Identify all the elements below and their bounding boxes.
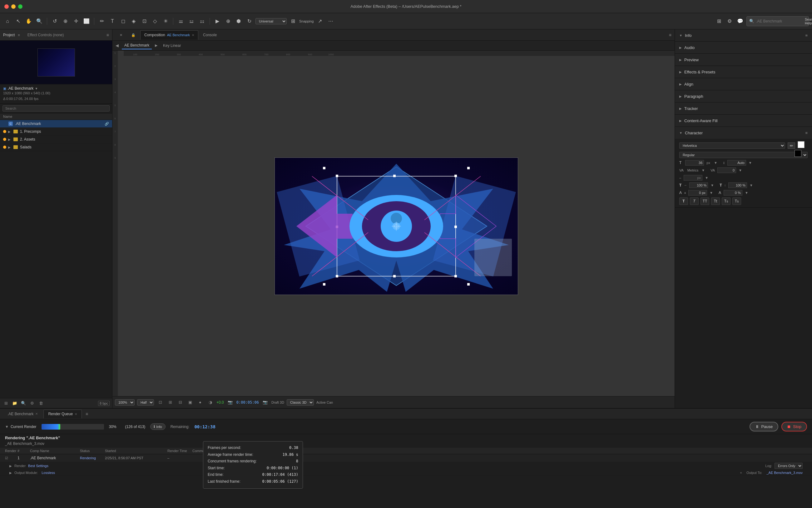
shape-tool[interactable]: ◻: [119, 17, 127, 26]
hand-tool[interactable]: ✋: [25, 17, 33, 26]
paragraph-section-header[interactable]: ▶ Paragraph: [675, 90, 812, 102]
safe-zones-icon[interactable]: ⊟: [176, 399, 184, 406]
sub-tab-back[interactable]: ◀: [116, 43, 119, 48]
tab-composition[interactable]: Composition AE Benchmark ✕: [140, 30, 198, 40]
render-checkbox[interactable]: ☑: [5, 456, 17, 460]
quality-select[interactable]: Half: [137, 399, 154, 406]
trash-icon[interactable]: 🗑: [38, 400, 44, 407]
renderer-select[interactable]: Universal: [256, 18, 287, 25]
sub-tab-key[interactable]: Key Linear: [161, 42, 183, 49]
expand-icon-2[interactable]: ▶: [8, 138, 12, 141]
font-size-input[interactable]: [685, 160, 704, 166]
format-superscript[interactable]: Ts: [722, 198, 730, 205]
hscale-dropdown[interactable]: ▼: [711, 183, 714, 187]
tsume-dropdown[interactable]: ▼: [745, 191, 748, 195]
paint-tool[interactable]: ◈: [129, 17, 138, 26]
font-eyedropper-icon[interactable]: ✏: [787, 142, 795, 149]
line-height-dropdown[interactable]: ▼: [705, 176, 708, 180]
home-icon[interactable]: ⌂: [3, 17, 12, 26]
new-folder-icon[interactable]: 📁: [11, 400, 18, 407]
align-center-tool[interactable]: ⚍: [187, 17, 196, 26]
file-item-salads[interactable]: ▶ Salads: [0, 143, 112, 151]
select-tool[interactable]: ↖: [14, 17, 22, 26]
leading-dropdown[interactable]: ▼: [749, 161, 752, 165]
play-button[interactable]: ▶: [213, 17, 222, 26]
tab-render-queue-close[interactable]: ✕: [75, 412, 77, 416]
snapping-icon[interactable]: ⊞: [288, 17, 297, 26]
project-tab[interactable]: Project: [3, 33, 15, 37]
format-subscript[interactable]: Ts: [732, 198, 741, 205]
search-help-input[interactable]: [756, 19, 803, 24]
view-options-icon[interactable]: ⊡: [156, 399, 164, 406]
comp-dropdown-icon[interactable]: ▼: [35, 87, 38, 90]
workspace-icon[interactable]: ⊞: [715, 17, 723, 26]
expand-render-settings[interactable]: ▶: [9, 464, 12, 468]
line-height-input[interactable]: [684, 175, 703, 180]
output-to-val[interactable]: _AE Benchmark_3.mov: [766, 471, 803, 475]
output-module-val[interactable]: Lossless: [42, 471, 55, 475]
tab-composition-close[interactable]: ✕: [192, 33, 194, 37]
tracking-input[interactable]: [717, 167, 736, 173]
maximize-button[interactable]: [18, 4, 22, 9]
kerning-dropdown[interactable]: ▼: [702, 168, 705, 172]
comments-icon[interactable]: 💬: [736, 17, 745, 26]
info-menu[interactable]: ≡: [805, 33, 808, 38]
project-search-input[interactable]: [2, 105, 109, 112]
tab-ae-benchmark[interactable]: .AE Benchmark ✕: [3, 410, 42, 418]
baseline-input[interactable]: [688, 190, 707, 196]
info-button[interactable]: ℹ Info: [150, 423, 165, 430]
font-color-swatch[interactable]: [798, 141, 808, 150]
play-loop-tool[interactable]: ⊕: [224, 17, 232, 26]
close-button[interactable]: [4, 4, 9, 9]
rotate-tool[interactable]: ↺: [50, 17, 59, 26]
align-right-tool[interactable]: ⚏: [198, 17, 207, 26]
font-family-select[interactable]: Helvetica: [679, 142, 785, 149]
snap-options-icon[interactable]: ↗: [316, 17, 324, 26]
expand-icon-1[interactable]: ▶: [8, 130, 12, 133]
search-help-box[interactable]: 🔍 Search Help: [747, 16, 809, 26]
sync-icon[interactable]: ⚙: [725, 17, 734, 26]
leading-input[interactable]: [727, 160, 746, 166]
snapshot-icon[interactable]: 📷: [226, 399, 234, 406]
font-style-select[interactable]: Regular: [679, 152, 808, 158]
baseline-dropdown[interactable]: ▼: [710, 191, 713, 195]
tracking-dropdown[interactable]: ▼: [738, 168, 742, 172]
font-foreground-color[interactable]: [798, 141, 805, 148]
minimize-button[interactable]: [11, 4, 15, 9]
type-tool[interactable]: T: [108, 17, 117, 26]
camera-icon[interactable]: 📷: [261, 399, 269, 406]
file-item-assets[interactable]: ▶ 2. Assets: [0, 136, 112, 143]
tab-console[interactable]: Console: [199, 30, 221, 40]
content-aware-section-header[interactable]: ▶ Content-Aware Fill: [675, 115, 812, 127]
view-grid-icon[interactable]: ⊞: [167, 399, 174, 406]
vscale-dropdown[interactable]: ▼: [750, 183, 753, 187]
file-item-ae-benchmark[interactable]: C .AE Benchmark 🔗: [0, 120, 112, 128]
sub-tab-comp[interactable]: AE Benchmark: [122, 42, 152, 49]
find-icon[interactable]: 🔍: [20, 400, 27, 407]
renderer-mode-select[interactable]: Classic 3D: [287, 399, 314, 406]
font-background-color[interactable]: [795, 150, 801, 157]
align-section-header[interactable]: ▶ Align: [675, 78, 812, 90]
effect-controls-tab[interactable]: Effect Controls (none): [28, 33, 64, 37]
comp-tabs-menu[interactable]: ≡: [669, 33, 672, 38]
file-item-precomps[interactable]: ▶ 1. Precomps: [0, 128, 112, 136]
tracker-section-header[interactable]: ▶ Tracker: [675, 102, 812, 114]
current-render-arrow[interactable]: ▼: [5, 425, 9, 429]
puppet-tool[interactable]: ✳: [161, 17, 170, 26]
tab-ae-benchmark-close[interactable]: ✕: [35, 412, 38, 416]
pen-tool[interactable]: ✏: [97, 17, 106, 26]
character-menu[interactable]: ≡: [805, 131, 808, 135]
draft-tool[interactable]: ⬢: [234, 17, 243, 26]
expand-output[interactable]: ▶: [9, 471, 12, 475]
tab-render-queue[interactable]: Render Queue ✕: [43, 410, 82, 418]
info-section-header[interactable]: ▼ Info ≡: [675, 29, 812, 41]
format-small-caps[interactable]: Tt: [711, 198, 720, 205]
camera-orbit-tool[interactable]: ⊕: [61, 17, 70, 26]
audio-section-header[interactable]: ▶ Audio: [675, 42, 812, 53]
expand-icon-3[interactable]: ▶: [8, 145, 12, 149]
more-tools-icon[interactable]: ⋯: [326, 17, 335, 26]
exposure-icon[interactable]: ◑: [207, 399, 214, 406]
align-left-tool[interactable]: ⚌: [176, 17, 185, 26]
format-all-caps[interactable]: TT: [701, 198, 709, 205]
new-comp-icon[interactable]: ⊞: [2, 400, 9, 407]
